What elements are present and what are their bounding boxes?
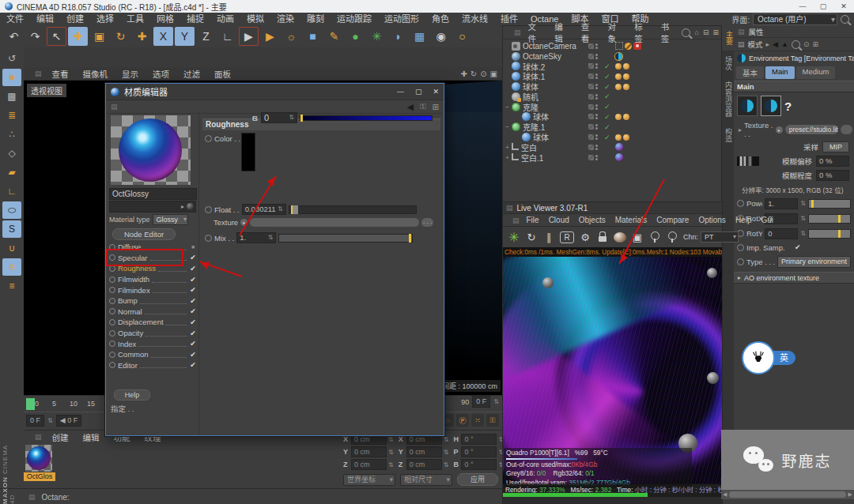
enabled-check[interactable]: ✓ — [604, 73, 610, 81]
channel-label[interactable]: Common — [118, 350, 149, 359]
visibility-toggles[interactable] — [588, 104, 598, 110]
axis-x-icon[interactable]: X — [153, 27, 173, 46]
section-header[interactable]: Main — [734, 81, 854, 92]
manager-tab[interactable]: 构造 — [723, 122, 734, 148]
coordinate-value-field[interactable]: 0 cm — [406, 446, 442, 457]
restart-render-icon[interactable]: ↻ — [525, 231, 538, 243]
channel-label[interactable]: Normal — [118, 307, 142, 316]
attribute-tab[interactable]: Main — [765, 66, 795, 79]
workplane-mode-icon[interactable]: ≣ — [2, 107, 21, 124]
lock-resolution-icon[interactable] — [596, 231, 609, 243]
object-tag-icon[interactable] — [615, 73, 622, 80]
octane-logo-icon[interactable]: ✳ — [508, 231, 520, 243]
blur-scale-field[interactable]: 0 % — [816, 170, 849, 181]
channel-radio-icon[interactable] — [109, 287, 115, 293]
points-mode-icon[interactable]: ∴ — [2, 126, 21, 143]
object-tag-icon[interactable] — [623, 73, 629, 80]
channel-radio-icon[interactable] — [109, 340, 115, 347]
enabled-check[interactable]: ✓ — [604, 62, 610, 70]
float-slider[interactable] — [289, 205, 417, 214]
channel-checkbox[interactable]: ✔ — [189, 265, 197, 273]
mix-slider[interactable] — [278, 234, 413, 243]
spinner-icon[interactable]: ⇅ — [493, 398, 499, 405]
channel-label[interactable]: Bump — [118, 296, 138, 305]
menu-item[interactable]: 动画 — [210, 13, 240, 25]
viewport-menu-item[interactable]: 过滤 — [176, 68, 207, 80]
attribute-slider[interactable] — [808, 229, 851, 239]
scroll-left-icon[interactable]: ◀ — [721, 491, 728, 498]
expander-icon[interactable]: − — [503, 103, 512, 111]
render-settings-gear-icon[interactable]: ⚙ — [579, 231, 591, 243]
rgb-value-field[interactable]: 0⇅ — [261, 112, 297, 123]
menu-item[interactable]: 运动图形 — [378, 13, 425, 25]
rgb-gradient-slider[interactable] — [300, 115, 433, 121]
viewport-select-icon[interactable]: ⬭ — [2, 201, 21, 219]
mograph-icon[interactable]: ✳ — [367, 27, 387, 46]
live-viewer-menu-item[interactable]: Options — [693, 216, 730, 224]
coordinate-value-field[interactable]: 0 cm — [406, 459, 442, 470]
zoom-view-icon[interactable]: ⊙ — [480, 70, 486, 78]
camera-icon[interactable]: ◉ — [431, 27, 451, 46]
maximize-button[interactable]: ▢ — [813, 2, 833, 10]
maximize-view-icon[interactable]: ▣ — [490, 70, 497, 78]
coordinate-value-field[interactable]: 0 cm — [351, 446, 387, 457]
pan-view-icon[interactable]: ✚ — [460, 70, 467, 78]
spinner-icon[interactable]: ⇅ — [444, 461, 449, 468]
enabled-check[interactable]: ✓ — [604, 103, 610, 111]
texture-browse-button[interactable]: . . . — [421, 218, 433, 227]
visibility-toggles[interactable] — [588, 124, 598, 130]
spinner-icon[interactable]: ⇅ — [800, 200, 806, 207]
channel-radio-icon[interactable] — [109, 352, 115, 358]
axis-y-icon[interactable]: Y — [175, 27, 195, 46]
model-mode-icon[interactable]: ■ — [2, 69, 21, 86]
menu-item[interactable]: 网格 — [150, 13, 180, 25]
expander-icon[interactable]: + — [503, 144, 512, 151]
channel-checkbox[interactable]: ✔ — [189, 340, 197, 348]
layer-code-icon[interactable]: ≡ — [2, 277, 21, 295]
manager-tab[interactable]: 内容浏览器 — [723, 76, 734, 122]
expander-icon[interactable]: − — [503, 123, 512, 130]
enabled-check[interactable]: ✓ — [604, 92, 610, 100]
channel-checkbox[interactable]: ✔ — [189, 351, 197, 359]
environment-preview[interactable] — [737, 96, 758, 116]
object-tag-icon[interactable] — [615, 84, 622, 90]
coordinate-system-select[interactable]: 世界坐标 — [343, 474, 395, 486]
axis-mode-icon[interactable]: ∟ — [2, 182, 21, 200]
texture-browse-button[interactable] — [841, 125, 852, 134]
minimize-button[interactable]: — — [397, 88, 404, 96]
light-icon[interactable]: ○ — [452, 27, 472, 46]
float-value-field[interactable]: 0.030211⇅ — [242, 204, 286, 215]
undo-icon[interactable]: ↶ — [4, 27, 24, 46]
expander-icon[interactable]: + — [503, 154, 512, 161]
attribute-slider[interactable] — [808, 214, 851, 224]
viewport-menu-item[interactable]: 摄像机 — [76, 68, 115, 80]
viewport-menu-item[interactable]: 显示 — [115, 68, 145, 80]
visibility-toggles[interactable] — [588, 73, 598, 79]
coordinate-value-field[interactable]: 0 ° — [461, 459, 497, 470]
deformer-icon[interactable]: ◗ — [388, 27, 408, 46]
channel-checkbox[interactable]: ✔ — [189, 254, 197, 261]
spline-pen-icon[interactable]: ✎ — [324, 27, 344, 46]
channel-row[interactable]: Common ✔ — [109, 349, 197, 360]
keyframe-dot-icon[interactable] — [737, 258, 744, 265]
channel-label[interactable]: Filmwidth — [118, 275, 149, 284]
channel-row[interactable]: Displacement ✔ — [109, 317, 197, 328]
channel-checkbox[interactable]: ✔ — [189, 297, 197, 305]
channel-row[interactable]: Bump ✔ — [109, 295, 197, 307]
expand-arrow-icon[interactable]: ▸ — [739, 126, 742, 134]
panel-grip-icon[interactable]: ▤ — [35, 70, 42, 77]
minimize-button[interactable]: — — [792, 2, 813, 10]
keyframe-dot-icon[interactable] — [737, 244, 744, 251]
attribute-value-field[interactable]: 0 — [765, 228, 798, 239]
pause-render-icon[interactable]: ∥ — [542, 231, 555, 243]
snap-mode-icon[interactable]: S — [2, 220, 21, 238]
menu-item[interactable]: 创建 — [60, 13, 90, 25]
channel-label[interactable]: Filmindex — [118, 286, 150, 295]
live-viewer-menu-item[interactable]: Objects — [574, 216, 610, 224]
move-tool-icon[interactable]: ✚ — [68, 27, 88, 46]
object-tag-icon[interactable] — [615, 114, 622, 120]
spinner-icon[interactable]: ⇅ — [444, 449, 449, 456]
texture-mode-icon[interactable]: ▩ — [2, 88, 21, 105]
keyframe-dot-icon[interactable] — [205, 206, 212, 213]
menu-item[interactable]: 雕刻 — [300, 13, 331, 25]
